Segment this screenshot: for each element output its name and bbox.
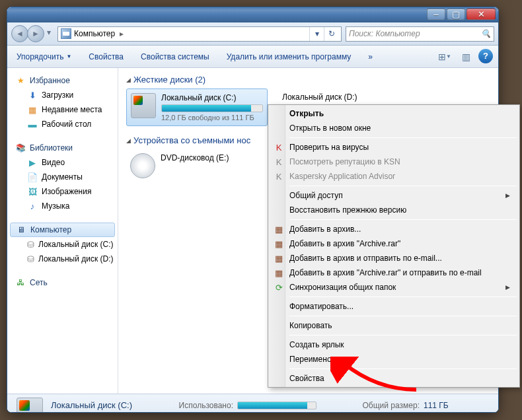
sidebar-item-images[interactable]: 🖼Изображения — [7, 184, 118, 199]
sidebar-network[interactable]: 🖧Сеть — [7, 275, 118, 290]
ctx-share[interactable]: Общий доступ▶ — [270, 188, 518, 203]
refresh-button[interactable]: ↻ — [324, 27, 338, 41]
properties-button[interactable]: Свойства — [85, 50, 128, 64]
network-icon: 🖧 — [15, 277, 26, 288]
search-input[interactable]: Поиск: Компьютер 🔍 — [346, 26, 494, 42]
status-used-label: Использовано: — [154, 401, 233, 410]
toolbar-overflow[interactable]: » — [364, 50, 377, 64]
status-free-label: Свободно: — [154, 411, 233, 413]
uninstall-button[interactable]: Удалить или изменить программу — [223, 50, 355, 64]
ctx-ksn-reputation[interactable]: KПосмотреть репутацию в KSN — [270, 155, 518, 169]
sidebar-item-documents[interactable]: 📄Документы — [7, 170, 118, 184]
download-icon: ⬇ — [27, 90, 38, 100]
group-hdd-title[interactable]: Жесткие диски (2) — [126, 75, 490, 85]
minimize-button[interactable]: – — [427, 9, 445, 20]
status-usage-bar — [237, 402, 317, 409]
help-button[interactable]: ? — [478, 49, 493, 63]
ctx-open-new-window[interactable]: Открыть в новом окне — [270, 121, 518, 135]
music-icon: ♪ — [27, 201, 38, 211]
kaspersky-icon: K — [274, 142, 284, 153]
sidebar-item-downloads[interactable]: ⬇Загрузки — [7, 88, 118, 102]
address-root: Компьютер — [74, 29, 115, 38]
sidebar: ★Избранное ⬇Загрузки ▦Недавние места ▬Ра… — [7, 68, 118, 394]
status-drive-icon — [17, 398, 43, 413]
address-bar[interactable]: Компьютер ▸ ▾ ↻ — [57, 26, 342, 42]
star-icon: ★ — [15, 75, 26, 86]
ctx-kaspersky-advisor[interactable]: KKaspersky Application Advisor — [270, 169, 518, 184]
sidebar-favorites[interactable]: ★Избранное — [7, 73, 118, 88]
ctx-create-shortcut[interactable]: Создать ярлык — [270, 337, 518, 352]
ctx-restore-version[interactable]: Восстановить прежнюю версию — [270, 203, 518, 217]
nav-forward-button[interactable]: ► — [27, 25, 44, 42]
drive-d-label: Локальный диск (D:) — [282, 92, 416, 102]
ctx-rename[interactable]: Переименовать — [270, 352, 518, 367]
documents-icon: 📄 — [27, 172, 38, 182]
maximize-button[interactable]: ▢ — [447, 9, 465, 20]
desktop-icon: ▬ — [27, 119, 38, 129]
status-total-val: 111 ГБ — [424, 401, 476, 410]
preview-pane-button[interactable]: ▥ — [457, 49, 474, 65]
submenu-arrow-icon: ▶ — [505, 284, 510, 291]
ctx-virus-check[interactable]: KПроверить на вирусы — [270, 140, 518, 155]
drive-c-label: Локальный диск (C:) — [161, 93, 263, 102]
drive-dvd-label: DVD-дисковод (E:) — [161, 153, 264, 162]
drive-icon — [131, 93, 156, 118]
video-icon: ▶ — [27, 157, 38, 168]
disk-icon: ⛁ — [27, 239, 34, 250]
images-icon: 🖼 — [27, 186, 38, 197]
sidebar-item-recent[interactable]: ▦Недавние места — [7, 102, 118, 117]
computer-icon — [61, 28, 71, 39]
winrar-icon: ▦ — [274, 267, 284, 278]
search-placeholder: Поиск: Компьютер — [349, 29, 420, 38]
toolbar: Упорядочить▼ Свойства Свойства системы У… — [7, 46, 498, 68]
sidebar-libraries[interactable]: 📚Библиотеки — [7, 141, 118, 155]
sidebar-item-video[interactable]: ▶Видео — [7, 155, 118, 170]
ctx-add-archive-rar[interactable]: ▦Добавить в архив "Archive.rar" — [270, 236, 518, 251]
winrar-icon: ▦ — [274, 253, 284, 263]
submenu-arrow-icon: ▶ — [505, 192, 510, 199]
winrar-icon: ▦ — [274, 238, 284, 249]
drive-c[interactable]: Локальный диск (C:) 12,0 ГБ свободно из … — [126, 88, 268, 126]
system-properties-button[interactable]: Свойства системы — [137, 50, 213, 64]
address-dropdown-button[interactable]: ▾ — [309, 27, 324, 41]
sidebar-item-desktop[interactable]: ▬Рабочий стол — [7, 117, 118, 131]
kaspersky-icon: K — [274, 157, 284, 167]
nav-back-button[interactable]: ◄ — [11, 25, 28, 42]
sidebar-item-music[interactable]: ♪Музыка — [7, 199, 118, 213]
libraries-icon: 📚 — [15, 143, 26, 153]
titlebar: – ▢ ✕ — [7, 7, 498, 22]
drive-c-freespace: 12,0 ГБ свободно из 111 ГБ — [161, 114, 263, 122]
ctx-open[interactable]: Открыть — [270, 106, 518, 121]
status-fs-val: NTFS — [424, 411, 476, 413]
ctx-add-archive-email[interactable]: ▦Добавить в архив и отправить по e-mail.… — [270, 251, 518, 265]
recent-icon: ▦ — [27, 104, 38, 115]
sidebar-item-disk-d[interactable]: ⛁Локальный диск (D:) — [7, 252, 118, 266]
sync-icon: ⟳ — [274, 282, 284, 293]
sidebar-computer[interactable]: 🖥Компьютер — [10, 223, 115, 237]
ctx-copy[interactable]: Копировать — [270, 318, 518, 333]
ctx-properties[interactable]: Свойства — [270, 371, 518, 386]
status-total-label: Общий размер: — [327, 401, 420, 410]
ctx-sync-shared[interactable]: ⟳Синхронизация общих папок▶ — [270, 280, 518, 295]
sidebar-item-disk-c[interactable]: ⛁Локальный диск (C:) — [7, 237, 118, 252]
ctx-add-archive[interactable]: ▦Добавить в архив... — [270, 222, 518, 236]
drive-dvd[interactable]: DVD-дисковод (E:) — [126, 149, 268, 182]
ctx-add-archive-rar-email[interactable]: ▦Добавить в архив "Archive.rar" и отправ… — [270, 265, 518, 280]
disk-icon: ⛁ — [27, 254, 34, 264]
nav-history-dropdown[interactable]: ▾ — [44, 25, 54, 40]
kaspersky-icon: K — [274, 171, 284, 182]
search-icon[interactable]: 🔍 — [481, 29, 491, 38]
computer-icon: 🖥 — [16, 225, 26, 235]
organize-button[interactable]: Упорядочить▼ — [13, 50, 75, 64]
status-bar: Локальный диск (C:) Использовано: Общий … — [7, 394, 498, 413]
ctx-format[interactable]: Форматировать... — [270, 299, 518, 314]
status-drive-name: Локальный диск (C:) — [51, 400, 150, 410]
status-fs-label: Файловая система: — [327, 411, 420, 413]
view-mode-button[interactable]: ⊞ ▼ — [436, 49, 453, 65]
close-button[interactable]: ✕ — [466, 9, 496, 20]
context-menu: Открыть Открыть в новом окне KПроверить … — [268, 104, 520, 388]
status-drive-type: Локальный диск — [51, 411, 150, 413]
winrar-icon: ▦ — [274, 224, 284, 234]
drive-c-usage-bar — [161, 104, 263, 112]
breadcrumb-separator-icon[interactable]: ▸ — [118, 29, 126, 38]
